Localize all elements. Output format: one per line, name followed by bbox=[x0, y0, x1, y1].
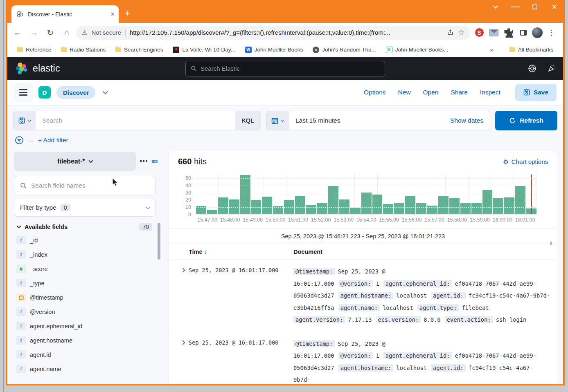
field-item[interactable]: t@version bbox=[16, 305, 158, 319]
bookmark-item[interactable]: Radio Stations bbox=[57, 45, 110, 54]
histogram-bar[interactable] bbox=[383, 204, 393, 214]
doc-field-name[interactable]: agent.type: bbox=[417, 304, 459, 311]
histogram-bar[interactable] bbox=[427, 206, 437, 214]
url-text[interactable]: http://172.105.7.150/app/discover#/?_g=(… bbox=[130, 29, 443, 36]
histogram-bar[interactable] bbox=[460, 203, 471, 214]
doc-field-name[interactable]: @version: bbox=[338, 280, 373, 287]
doc-field-name[interactable]: agent.ephemeral_id: bbox=[383, 352, 452, 359]
histogram-bar[interactable] bbox=[471, 203, 482, 215]
browser-menu-icon[interactable]: ⋮ bbox=[545, 27, 557, 39]
time-column-header[interactable]: Time↓ bbox=[189, 249, 293, 255]
field-item[interactable]: tagent.hostname bbox=[16, 333, 158, 347]
doc-field-name[interactable]: @version: bbox=[338, 352, 373, 359]
add-filter-button[interactable]: + Add filter bbox=[38, 137, 68, 144]
doc-field-name[interactable]: agent.hostname: bbox=[338, 292, 394, 299]
nav-link-open[interactable]: Open bbox=[423, 89, 439, 96]
index-pattern-select[interactable]: filebeat-* bbox=[14, 152, 136, 171]
filter-menu-icon[interactable] bbox=[15, 136, 24, 145]
collapse-sidebar-icon[interactable]: ⇐ bbox=[151, 157, 158, 166]
doc-field-name[interactable]: agent.id: bbox=[431, 292, 466, 299]
doc-field-name[interactable]: @timestamp: bbox=[293, 268, 335, 275]
elastic-brand[interactable]: elastic bbox=[15, 62, 60, 75]
expand-row-icon[interactable] bbox=[177, 266, 189, 326]
back-icon[interactable]: ← bbox=[11, 26, 25, 40]
new-tab-button[interactable]: + bbox=[124, 7, 130, 19]
forward-icon[interactable]: → bbox=[27, 26, 41, 40]
doc-field-name[interactable]: agent.hostname: bbox=[338, 364, 394, 372]
help-icon[interactable] bbox=[528, 64, 536, 73]
query-input[interactable]: Search bbox=[36, 111, 235, 130]
doc-field-name[interactable]: ecs.version: bbox=[376, 316, 421, 323]
histogram-bar[interactable] bbox=[262, 197, 272, 214]
filter-by-type-select[interactable]: Filter by type 0 bbox=[14, 199, 156, 217]
profile-avatar[interactable] bbox=[532, 27, 543, 38]
field-item[interactable]: t_id bbox=[16, 233, 158, 247]
doc-field-name[interactable]: @timestamp: bbox=[293, 340, 335, 347]
breadcrumb[interactable]: Discover bbox=[56, 86, 95, 99]
date-quick-menu-button[interactable] bbox=[266, 111, 289, 130]
index-options-icon[interactable] bbox=[140, 160, 148, 162]
doc-field-name[interactable]: agent.ephemeral_id: bbox=[383, 280, 452, 287]
histogram-bar[interactable] bbox=[449, 198, 460, 214]
field-item[interactable]: tagent.name bbox=[16, 362, 158, 376]
tab-close-icon[interactable]: × bbox=[110, 11, 115, 18]
histogram-bar[interactable] bbox=[350, 208, 361, 214]
field-item[interactable]: @timestamp bbox=[16, 290, 158, 305]
field-item[interactable]: t_index bbox=[16, 247, 158, 262]
breadcrumb-caret-icon[interactable] bbox=[103, 89, 108, 94]
histogram-bar[interactable] bbox=[493, 198, 503, 214]
histogram-bar[interactable] bbox=[405, 196, 415, 214]
window-menu-chevron-icon[interactable] bbox=[491, 2, 500, 11]
maximize-button[interactable] bbox=[530, 2, 539, 11]
bookmark-item[interactable]: WJohn Mueller Books bbox=[241, 45, 307, 55]
doc-field-name[interactable]: agent.name: bbox=[338, 304, 380, 311]
histogram-bar[interactable] bbox=[416, 203, 426, 214]
sidebar-scrollbar[interactable] bbox=[158, 223, 160, 260]
saved-query-menu-button[interactable] bbox=[14, 111, 36, 130]
field-item[interactable]: t_type bbox=[16, 276, 158, 290]
save-button[interactable]: Save bbox=[515, 84, 557, 101]
side-panel-icon[interactable] bbox=[517, 27, 530, 39]
extension-s-icon[interactable]: S bbox=[473, 27, 485, 39]
share-icon[interactable] bbox=[447, 29, 454, 36]
doc-field-name[interactable]: event.action: bbox=[445, 316, 493, 323]
global-search-input[interactable]: Search Elastic bbox=[185, 61, 385, 76]
nav-link-share[interactable]: Share bbox=[451, 89, 467, 96]
refresh-button[interactable]: Refresh bbox=[495, 111, 557, 130]
extensions-puzzle-icon[interactable] bbox=[503, 27, 515, 39]
histogram-bar[interactable] bbox=[361, 193, 372, 214]
address-bar[interactable]: ⚠ Not secure http://172.105.7.150/app/di… bbox=[76, 26, 471, 40]
sort-desc-icon[interactable]: ↓ bbox=[204, 249, 207, 255]
menu-hamburger-icon[interactable] bbox=[14, 83, 33, 102]
time-range-value[interactable]: Last 15 minutes bbox=[289, 111, 444, 130]
bookmark-item[interactable]: Reference bbox=[13, 45, 55, 54]
extension-mail-icon[interactable] bbox=[488, 27, 500, 39]
nav-link-inspect[interactable]: Inspect bbox=[480, 89, 500, 96]
minimize-button[interactable] bbox=[511, 2, 520, 11]
home-icon[interactable]: ⌂ bbox=[60, 26, 74, 40]
available-fields-header[interactable]: Available fields 70 bbox=[14, 223, 158, 231]
histogram-bar[interactable] bbox=[482, 190, 493, 214]
nav-link-new[interactable]: New bbox=[398, 89, 411, 96]
doc-field-name[interactable]: agent.id: bbox=[431, 364, 466, 372]
chart-options-button[interactable]: ⚙ Chart options bbox=[503, 158, 548, 166]
field-item[interactable]: #_score bbox=[16, 262, 158, 276]
histogram-bar[interactable] bbox=[207, 210, 217, 214]
histogram-bar[interactable] bbox=[394, 203, 404, 214]
reload-icon[interactable]: ↻ bbox=[43, 26, 57, 40]
expand-row-icon[interactable] bbox=[177, 338, 189, 384]
close-button[interactable]: × bbox=[550, 2, 559, 11]
bookmark-item[interactable]: ●John's Random Tho... bbox=[309, 45, 380, 55]
bookmark-item[interactable]: ☂La Valle, WI 10-Day... bbox=[169, 45, 239, 55]
histogram-bar[interactable] bbox=[306, 205, 316, 214]
query-language-button[interactable]: KQL bbox=[235, 111, 261, 130]
field-item[interactable]: tagent.ephemeral_id bbox=[16, 319, 158, 333]
histogram-bar[interactable] bbox=[240, 175, 250, 214]
doc-field-name[interactable]: agent.version: bbox=[293, 316, 345, 323]
histogram-bar[interactable] bbox=[438, 196, 449, 214]
not-secure-icon[interactable]: ⚠ bbox=[82, 29, 87, 36]
bookmark-star-icon[interactable]: ☆ bbox=[458, 28, 465, 37]
all-bookmarks-button[interactable]: All Bookmarks bbox=[505, 45, 557, 54]
browser-tab[interactable]: Discover - Elastic × bbox=[11, 5, 119, 23]
space-badge[interactable]: D bbox=[38, 86, 51, 99]
